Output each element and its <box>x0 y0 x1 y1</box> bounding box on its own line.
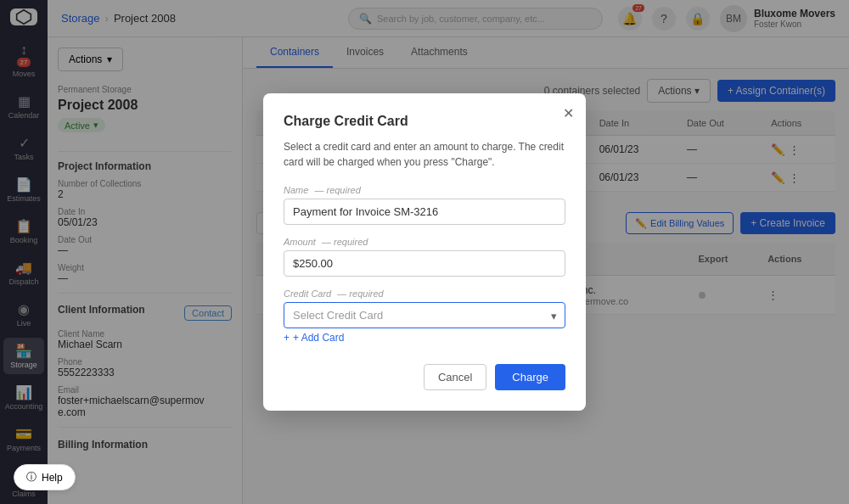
amount-field-group: Amount — required <box>284 237 565 277</box>
credit-card-select[interactable]: Select Credit Card <box>284 302 565 328</box>
name-label: Name — required <box>284 185 565 195</box>
name-input[interactable] <box>284 199 565 225</box>
help-button[interactable]: ⓘ Help <box>14 464 76 490</box>
name-required-label: — required <box>314 185 360 195</box>
credit-card-field-group: Credit Card — required Select Credit Car… <box>284 288 565 347</box>
modal-description: Select a credit card and enter an amount… <box>284 139 565 170</box>
amount-required-label: — required <box>322 237 368 247</box>
credit-card-required-label: — required <box>337 288 383 299</box>
cancel-button[interactable]: Cancel <box>424 364 486 390</box>
amount-input[interactable] <box>284 250 565 277</box>
add-card-button[interactable]: + + Add Card <box>284 328 344 347</box>
charge-button[interactable]: Charge <box>495 364 565 390</box>
modal-close-button[interactable]: ✕ <box>563 105 574 121</box>
credit-card-label: Credit Card — required <box>284 288 565 299</box>
modal-footer: Cancel Charge <box>284 364 565 390</box>
name-field-group: Name — required <box>284 185 565 225</box>
charge-credit-card-modal: ✕ Charge Credit Card Select a credit car… <box>263 93 586 411</box>
amount-label: Amount — required <box>284 237 565 247</box>
help-label: Help <box>42 472 63 484</box>
modal-overlay: ✕ Charge Credit Card Select a credit car… <box>0 0 849 504</box>
plus-icon: + <box>284 332 290 344</box>
credit-card-select-wrapper: Select Credit Card ▾ <box>284 302 565 328</box>
modal-title: Charge Credit Card <box>284 114 565 129</box>
help-icon: ⓘ <box>26 470 37 484</box>
